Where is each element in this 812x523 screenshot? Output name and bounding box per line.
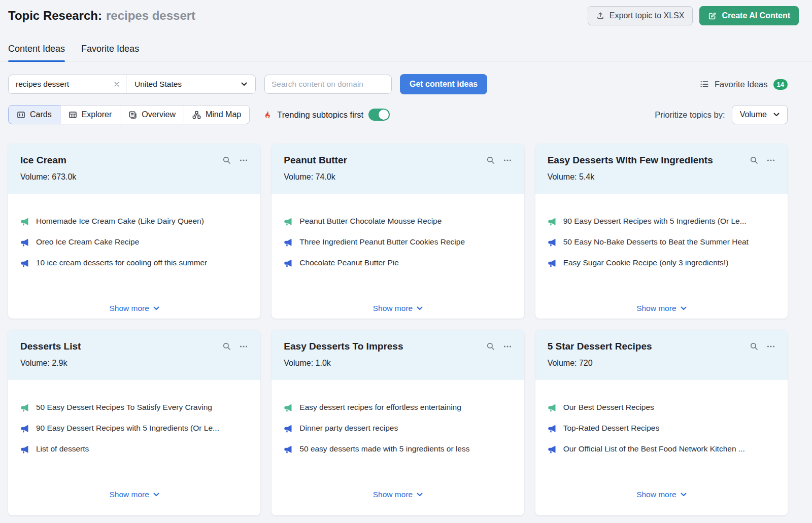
megaphone-icon (284, 403, 293, 412)
search-icon[interactable] (750, 342, 759, 351)
tab-favorite-ideas-label: Favorite Ideas (81, 44, 139, 54)
headline-item[interactable]: 10 ice cream desserts for cooling off th… (20, 258, 248, 268)
megaphone-icon (20, 444, 29, 454)
topic-title[interactable]: Ice Cream (20, 155, 66, 166)
tab-content-ideas[interactable]: Content Ideas (8, 44, 65, 61)
topic-title[interactable]: 5 Star Dessert Recipes (548, 341, 652, 352)
topic-card-body: 50 Easy Dessert Recipes To Satisfy Every… (8, 380, 260, 515)
ellipsis-icon[interactable] (239, 156, 248, 165)
country-select[interactable]: United States (126, 75, 255, 93)
show-more-link[interactable]: Show more (373, 490, 423, 499)
topic-title[interactable]: Peanut Butter (284, 155, 347, 166)
show-more-link[interactable]: Show more (109, 304, 159, 313)
domain-search-placeholder: Search content on domain (272, 80, 363, 89)
topic-title[interactable]: Easy Desserts With Few Ingredients (548, 155, 713, 166)
export-xlsx-button[interactable]: Export topic to XLSX (588, 6, 693, 25)
get-content-ideas-label: Get content ideas (410, 80, 478, 88)
headline-item[interactable]: Dinner party dessert recipes (284, 423, 512, 433)
headline-item[interactable]: Our Official List of the Best Food Netwo… (548, 444, 775, 454)
headline-item[interactable]: 90 Easy Dessert Recipes with 5 Ingredien… (20, 423, 248, 433)
topic-card-body: 90 Easy Dessert Recipes with 5 Ingredien… (535, 194, 788, 319)
megaphone-icon (284, 217, 293, 226)
headline-item[interactable]: Easy dessert recipes for effortless ente… (284, 402, 512, 412)
headline-item[interactable]: List of desserts (20, 444, 248, 454)
headline-text: 50 easy desserts made with 5 ingredients… (299, 444, 469, 454)
topic-card: 5 Star Dessert Recipes Volume: 720 Our B… (535, 330, 788, 515)
headline-item[interactable]: Easy Sugar Cookie Recipe (only 3 ingredi… (548, 258, 775, 268)
headline-item[interactable]: Top-Rated Dessert Recipes (548, 423, 775, 433)
tabs-bar: Content Ideas Favorite Ideas (0, 44, 812, 61)
view-switcher: Cards Explorer Overview (8, 105, 250, 124)
prioritize-value: Volume (740, 110, 767, 119)
favorite-ideas-link[interactable]: Favorite Ideas 14 (700, 79, 788, 90)
topic-card-body: Homemade Ice Cream Cake (Like Dairy Quee… (8, 194, 260, 319)
create-ai-content-button[interactable]: Create AI Content (699, 6, 799, 25)
topic-title[interactable]: Easy Desserts To Impress (284, 341, 403, 352)
headline-item[interactable]: 90 Easy Dessert Recipes with 5 Ingredien… (548, 216, 775, 226)
view-cards-label: Cards (30, 110, 52, 119)
favorite-ideas-label: Favorite Ideas (715, 80, 768, 89)
chevron-down-icon (417, 493, 423, 497)
headline-item[interactable]: Three Ingredient Peanut Butter Cookies R… (284, 237, 512, 247)
show-more-link[interactable]: Show more (636, 490, 686, 499)
view-cards-button[interactable]: Cards (8, 105, 60, 124)
toggle-knob (379, 110, 389, 120)
headline-item[interactable]: 50 Easy No-Bake Desserts to Beat the Sum… (548, 237, 775, 247)
search-icon[interactable] (486, 342, 495, 351)
view-mind-map-button[interactable]: Mind Map (184, 105, 250, 124)
prioritize-select[interactable]: Volume (732, 105, 788, 124)
megaphone-icon (20, 217, 29, 226)
top-actions: Export topic to XLSX Create AI Content (588, 6, 799, 25)
headline-text: Peanut Butter Chocolate Mousse Recipe (299, 216, 442, 226)
headline-item[interactable]: 50 Easy Dessert Recipes To Satisfy Every… (20, 402, 248, 412)
megaphone-icon (548, 258, 557, 267)
pencil-square-icon (708, 12, 717, 20)
view-explorer-button[interactable]: Explorer (60, 105, 121, 124)
show-more-label: Show more (636, 490, 676, 499)
show-more-link[interactable]: Show more (109, 490, 159, 499)
search-icon[interactable] (222, 342, 231, 351)
ellipsis-icon[interactable] (766, 156, 775, 165)
megaphone-icon (548, 444, 557, 454)
headline-text: Our Official List of the Best Food Netwo… (563, 444, 745, 454)
trending-subtopics-label: Trending subtopics first (277, 110, 363, 120)
megaphone-icon (20, 403, 29, 412)
chevron-down-icon (681, 493, 687, 497)
topic-query-input[interactable]: recipes dessert (9, 75, 126, 93)
search-icon[interactable] (486, 156, 495, 165)
get-content-ideas-button[interactable]: Get content ideas (400, 74, 487, 94)
ellipsis-icon[interactable] (239, 342, 248, 351)
megaphone-icon (548, 217, 557, 226)
ellipsis-icon[interactable] (503, 342, 512, 351)
headline-item[interactable]: 50 easy desserts made with 5 ingredients… (284, 444, 512, 454)
headline-item[interactable]: Peanut Butter Chocolate Mousse Recipe (284, 216, 512, 226)
show-more-label: Show more (373, 490, 413, 499)
show-more-link[interactable]: Show more (373, 304, 423, 313)
megaphone-icon (548, 403, 557, 412)
topic-title[interactable]: Desserts List (20, 341, 81, 352)
megaphone-icon (284, 424, 293, 433)
view-mind-map-label: Mind Map (206, 110, 241, 119)
domain-search-input[interactable]: Search content on domain (264, 75, 392, 94)
headline-item[interactable]: Homemade Ice Cream Cake (Like Dairy Quee… (20, 216, 248, 226)
headline-item[interactable]: Chocolate Peanut Butter Pie (284, 258, 512, 268)
ellipsis-icon[interactable] (766, 342, 775, 351)
tab-favorite-ideas[interactable]: Favorite Ideas (81, 44, 139, 61)
megaphone-icon (548, 424, 557, 433)
trending-toggle[interactable] (368, 109, 390, 121)
topic-card-header: Easy Desserts To Impress Volume: 1.0k (272, 330, 524, 380)
headline-text: 50 Easy No-Bake Desserts to Beat the Sum… (563, 237, 749, 247)
ellipsis-icon[interactable] (503, 156, 512, 165)
headline-item[interactable]: Oreo Ice Cream Cake Recipe (20, 237, 248, 247)
topic-card-body: Easy dessert recipes for effortless ente… (272, 380, 524, 515)
search-icon[interactable] (222, 156, 231, 165)
trending-subtopics-control: Trending subtopics first (263, 109, 390, 121)
show-more-link[interactable]: Show more (636, 304, 686, 313)
megaphone-icon (20, 424, 29, 433)
topic-volume: Volume: 74.0k (284, 172, 512, 182)
close-icon[interactable] (114, 81, 120, 87)
search-icon[interactable] (750, 156, 759, 165)
show-more-label: Show more (636, 304, 676, 313)
view-overview-button[interactable]: Overview (120, 105, 184, 124)
headline-item[interactable]: Our Best Dessert Recipes (548, 402, 775, 412)
